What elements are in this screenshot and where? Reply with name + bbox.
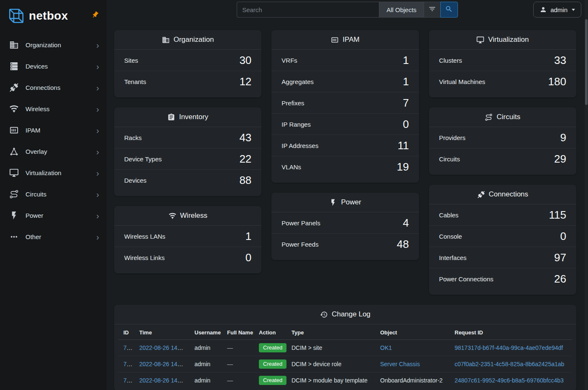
sidebar-item-overlay[interactable]: Overlay› bbox=[0, 141, 107, 162]
changelog-header: Change Log bbox=[114, 305, 576, 324]
stat-value[interactable]: 33 bbox=[554, 54, 566, 66]
netbox-logo[interactable]: netbox bbox=[8, 7, 68, 25]
stat-label[interactable]: IP Addresses bbox=[281, 142, 318, 149]
stat-value[interactable]: 26 bbox=[554, 273, 566, 285]
sidebar-item-label: Organization bbox=[26, 41, 61, 48]
dashboard-column: OrganizationSites30Tenants12InventoryRac… bbox=[114, 30, 261, 273]
stat-value[interactable]: 88 bbox=[239, 174, 251, 186]
dashboard-columns: OrganizationSites30Tenants12InventoryRac… bbox=[114, 30, 576, 295]
changelog-time-link[interactable]: 2022-08-26 14:17 bbox=[139, 361, 186, 367]
stat-label[interactable]: VLANs bbox=[281, 163, 301, 171]
changelog-id-link[interactable]: 755 bbox=[123, 344, 133, 351]
stat-value[interactable]: 22 bbox=[239, 153, 251, 165]
stat-label[interactable]: Power Connections bbox=[439, 275, 493, 283]
stat-label[interactable]: VRFs bbox=[281, 57, 297, 64]
filter-button[interactable] bbox=[424, 2, 440, 18]
card-title: Wireless bbox=[180, 212, 207, 220]
pin-sidebar-icon[interactable] bbox=[91, 11, 99, 19]
card-organization: OrganizationSites30Tenants12 bbox=[114, 30, 261, 97]
stat-label[interactable]: Power Feeds bbox=[281, 241, 318, 248]
stat-label[interactable]: Interfaces bbox=[439, 254, 467, 261]
sidebar-item-devices[interactable]: Devices› bbox=[0, 56, 107, 77]
sidebar-item-organization[interactable]: Organization› bbox=[0, 34, 107, 56]
stat-label[interactable]: Power Panels bbox=[281, 219, 320, 227]
card-body: Providers9Circuits29 bbox=[429, 127, 576, 175]
stat-value[interactable]: 1 bbox=[403, 54, 409, 66]
stat-label[interactable]: Prefixes bbox=[281, 99, 304, 107]
stat-value[interactable]: 0 bbox=[403, 118, 409, 130]
stat-label[interactable]: Clusters bbox=[439, 57, 462, 64]
sidebar-item-ipam[interactable]: IPAM› bbox=[0, 120, 107, 141]
stat-label[interactable]: Devices bbox=[124, 177, 146, 184]
search-submit-button[interactable] bbox=[440, 2, 458, 18]
stat-label[interactable]: Console bbox=[439, 233, 462, 240]
object-type-selector-button[interactable]: All Objects bbox=[379, 2, 424, 18]
card-body: Sites30Tenants12 bbox=[114, 50, 261, 97]
changelog-title: Change Log bbox=[332, 310, 371, 319]
scrollbar[interactable] bbox=[585, 0, 588, 390]
stat-value[interactable]: 0 bbox=[560, 230, 566, 242]
stat-row-device-types: Device Types22 bbox=[114, 148, 261, 170]
stat-row-aggregates: Aggregates1 bbox=[271, 71, 419, 92]
stat-value[interactable]: 11 bbox=[398, 140, 409, 151]
stat-value[interactable]: 30 bbox=[239, 54, 251, 66]
sidebar-item-connections[interactable]: Connections› bbox=[0, 77, 107, 98]
stat-label[interactable]: Aggregates bbox=[281, 78, 314, 85]
stat-label[interactable]: Tenants bbox=[124, 78, 146, 85]
changelog-object-link[interactable]: Server Chassis bbox=[380, 361, 420, 367]
stat-label[interactable]: Sites bbox=[124, 57, 138, 64]
stat-value[interactable]: 12 bbox=[239, 76, 251, 87]
stat-value[interactable]: 9 bbox=[560, 132, 566, 143]
stat-label[interactable]: Virtual Machines bbox=[439, 78, 486, 85]
stat-label[interactable]: Wireless LANs bbox=[124, 233, 165, 240]
changelog-time-link[interactable]: 2022-08-26 14:15 bbox=[139, 377, 186, 384]
card-header: IPAM bbox=[271, 30, 419, 50]
building-icon bbox=[162, 36, 170, 44]
stat-row-racks: Racks43 bbox=[114, 127, 261, 148]
stat-value[interactable]: 1 bbox=[245, 230, 251, 242]
changelog-head-row: IDTimeUsernameFull NameActionTypeObjectR… bbox=[118, 324, 572, 340]
changelog-row: 7532022-08-26 14:15admin—CreatedDCIM > m… bbox=[118, 372, 572, 389]
sidebar-item-label: Devices bbox=[26, 63, 48, 70]
connections-icon bbox=[477, 191, 485, 199]
user-menu-button[interactable]: admin bbox=[533, 2, 581, 18]
stat-label[interactable]: Device Types bbox=[124, 155, 162, 163]
changelog-request-id-link[interactable]: 9817317d-b67f-440a-99ca-4ae07ede94df bbox=[455, 344, 563, 351]
stat-label[interactable]: Racks bbox=[124, 134, 142, 141]
stat-value[interactable]: 48 bbox=[397, 238, 409, 250]
stat-value[interactable]: 29 bbox=[554, 153, 566, 165]
sidebar-item-other[interactable]: Other› bbox=[0, 226, 107, 247]
history-icon bbox=[320, 311, 328, 319]
stat-value[interactable]: 115 bbox=[549, 209, 566, 221]
stat-value[interactable]: 4 bbox=[403, 217, 409, 229]
changelog-fullname: — bbox=[227, 377, 233, 384]
stat-label[interactable]: Providers bbox=[439, 134, 465, 141]
stat-value[interactable]: 1 bbox=[403, 76, 409, 87]
scrollbar-thumb[interactable] bbox=[585, 19, 588, 105]
changelog-username: admin bbox=[194, 377, 210, 384]
sidebar-item-virtualization[interactable]: Virtualization› bbox=[0, 162, 107, 184]
stat-value[interactable]: 180 bbox=[548, 76, 566, 87]
sidebar-item-wireless[interactable]: Wireless› bbox=[0, 98, 107, 120]
stat-label[interactable]: IP Ranges bbox=[281, 121, 311, 128]
sidebar-item-label: Connections bbox=[26, 84, 60, 91]
stat-value[interactable]: 43 bbox=[239, 132, 251, 143]
changelog-id-link[interactable]: 753 bbox=[123, 377, 133, 384]
sidebar-item-power[interactable]: Power› bbox=[0, 205, 107, 226]
stat-value[interactable]: 19 bbox=[397, 161, 409, 173]
changelog-object-link[interactable]: OK1 bbox=[380, 344, 392, 351]
chevron-right-icon: › bbox=[96, 105, 99, 113]
stat-value[interactable]: 0 bbox=[245, 252, 251, 263]
sidebar-item-circuits[interactable]: Circuits› bbox=[0, 184, 107, 205]
stat-label[interactable]: Cables bbox=[439, 212, 459, 219]
stat-label[interactable]: Wireless Links bbox=[124, 254, 165, 261]
changelog-request-id-link[interactable]: c07f0ab2-2351-4c58-825a-8b6a2425a1ab bbox=[455, 361, 564, 367]
changelog-request-id-link[interactable]: 24807c61-9952-49c6-b8a5-69760bfcc4b3 bbox=[455, 377, 564, 384]
stat-value[interactable]: 97 bbox=[554, 252, 566, 263]
stat-label[interactable]: Circuits bbox=[439, 155, 460, 163]
changelog-time-link[interactable]: 2022-08-26 14:22 bbox=[139, 344, 186, 351]
card-connections: ConnectionsCables115Console0Interfaces97… bbox=[429, 185, 576, 295]
changelog-id-link[interactable]: 754 bbox=[123, 361, 133, 367]
stat-value[interactable]: 7 bbox=[403, 97, 409, 109]
search-input[interactable] bbox=[237, 2, 379, 18]
